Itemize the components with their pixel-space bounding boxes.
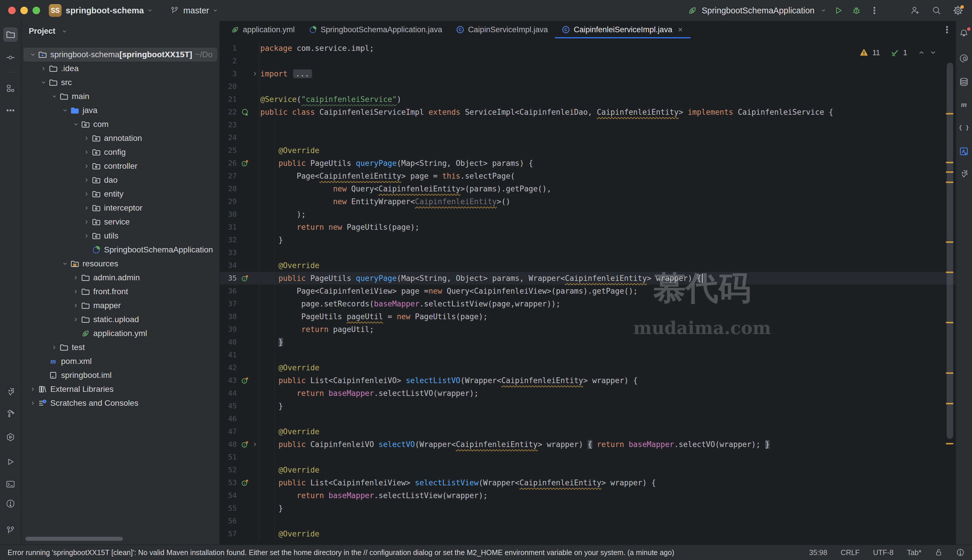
overrides-method-icon[interactable]: I (238, 272, 251, 285)
tab-caipinfenleiserviceimpl-java[interactable]: CCaipinfenleiServiceImpl.java (555, 21, 690, 38)
structure-button[interactable] (3, 81, 18, 95)
code-line-44[interactable]: 44 return baseMapper.selectListVO(wrappe… (220, 387, 955, 400)
code-line-51[interactable]: 51 (220, 451, 955, 463)
chevron-right-icon[interactable] (71, 302, 81, 309)
project-widget[interactable]: springboot-schema (62, 6, 153, 15)
lock-open-icon[interactable] (935, 548, 943, 557)
chevron-right-icon[interactable] (81, 149, 92, 155)
tree-item-test[interactable]: test (23, 340, 217, 354)
code-line-46[interactable]: 46 (220, 412, 955, 425)
tree-item-mapper[interactable]: mapper (23, 298, 217, 313)
tree-item-dao[interactable]: dao (23, 173, 217, 187)
chevron-right-icon[interactable] (81, 219, 92, 225)
code-line-31[interactable]: 31 return new PageUtils(page); (220, 221, 955, 233)
code-line-41[interactable]: 41 (220, 348, 955, 361)
overrides-method-icon[interactable]: I (238, 477, 251, 489)
overrides-method-icon[interactable]: I (238, 157, 251, 170)
tree-item-springboot-schema[interactable]: springboot-schema [springbootXX15T]~/Do (23, 48, 217, 62)
vcs-branch-widget[interactable]: master (168, 4, 218, 17)
chevron-right-icon[interactable] (71, 316, 81, 323)
code-editor[interactable]: 1package com.service.impl;23import ...20… (220, 38, 955, 545)
zoom-window-button[interactable] (33, 7, 40, 14)
chevron-right-icon[interactable] (81, 205, 92, 211)
code-line-43[interactable]: 43I public List<CaipinfenleiVO> selectLi… (220, 374, 955, 387)
code-line-52[interactable]: 52 @Override (220, 463, 955, 477)
file-encoding[interactable]: UTF-8 (873, 548, 894, 557)
fold-icon[interactable] (238, 67, 251, 80)
code-line-54[interactable]: 54 return baseMapper.selectListView(wrap… (220, 489, 955, 502)
run-button[interactable] (832, 4, 845, 17)
code-line-38[interactable]: 38 PageUtils pageUtil = new PageUtils(pa… (220, 310, 955, 323)
code-line-24[interactable]: 24 (220, 131, 955, 144)
chevron-right-icon[interactable] (38, 65, 49, 72)
warning-stripe-mark[interactable] (946, 372, 954, 374)
code-line-25[interactable]: 25 @Override (220, 144, 955, 157)
plugin-mask-button[interactable] (3, 384, 18, 398)
problems-button[interactable] (3, 497, 18, 511)
chevron-down-icon[interactable] (60, 260, 70, 267)
code-line-37[interactable]: 37 page.setRecords(baseMapper.selectList… (220, 297, 955, 310)
warning-stripe-mark[interactable] (946, 182, 954, 183)
tree-item-controller[interactable]: controller (23, 159, 217, 173)
code-line-39[interactable]: 39 return pageUtil; (220, 323, 955, 336)
project-folder-button[interactable] (3, 27, 18, 42)
build-hammer-button[interactable] (3, 407, 18, 421)
tree-item-scratches-and-consoles[interactable]: Scratches and Consoles (23, 396, 217, 410)
line-separator[interactable]: CRLF (841, 548, 860, 557)
code-line-20[interactable]: 20 (220, 80, 955, 93)
code-line-30[interactable]: 30 ); (220, 208, 955, 221)
tree-item-springbootschemaapplication[interactable]: SpringbootSchemaApplication (23, 243, 217, 257)
code-line-21[interactable]: 21@Service("caipinfenleiService") (220, 93, 955, 106)
tree-item-external-libraries[interactable]: External Libraries (23, 382, 217, 396)
overrides-method-icon[interactable]: I (238, 374, 251, 387)
tree-item-application-yml[interactable]: application.yml (23, 327, 217, 340)
run-button[interactable] (3, 455, 18, 469)
plugin-mask-button[interactable] (957, 166, 971, 181)
tree-item-java[interactable]: java (23, 103, 217, 117)
tab-application-yml[interactable]: application.yml (224, 21, 302, 38)
fold-chevron-icon[interactable] (251, 438, 259, 451)
code-line-57[interactable]: 57 @Override (220, 527, 955, 540)
code-line-35[interactable]: 35I public PageUtils queryPage(Map<Strin… (220, 272, 955, 285)
tree-item-service[interactable]: service (23, 215, 217, 229)
tree-item-springboot-iml[interactable]: springboot.iml (23, 368, 217, 382)
tree-item-annotation[interactable]: annotation (23, 131, 217, 145)
terminal-button[interactable] (3, 477, 18, 492)
code-line-28[interactable]: 28 new Query<CaipinfenleiEntity>(params)… (220, 182, 955, 195)
code-line-42[interactable]: 42 @Override (220, 361, 955, 374)
services-button[interactable] (3, 430, 18, 444)
tree-item-static-upload[interactable]: static.upload (23, 313, 217, 327)
warning-stripe-mark[interactable] (946, 403, 954, 404)
chevron-right-icon[interactable] (81, 163, 92, 169)
tree-item-config[interactable]: config (23, 145, 217, 159)
code-line-23[interactable]: 23 (220, 118, 955, 131)
warning-stripe-mark[interactable] (946, 162, 954, 163)
code-line-34[interactable]: 34 @Override (220, 259, 955, 272)
code-line-48[interactable]: 48I public CaipinfenleiVO selectVO(Wrapp… (220, 438, 955, 451)
code-braces-button[interactable]: { } (957, 120, 971, 135)
close-window-button[interactable] (8, 7, 16, 14)
code-line-47[interactable]: 47 @Override (220, 425, 955, 438)
previous-warning-button[interactable] (918, 49, 925, 57)
tree-item-resources[interactable]: resources (23, 257, 217, 271)
overrides-method-icon[interactable]: I (238, 438, 251, 451)
tree-item-entity[interactable]: entity (23, 187, 217, 201)
code-line-3[interactable]: 3import ... (220, 67, 955, 80)
fold-chevron-icon[interactable] (251, 67, 259, 80)
code-line-27[interactable]: 27 Page<CaipinfenleiEntity> page = this.… (220, 170, 955, 182)
code-line-1[interactable]: 1package com.service.impl; (220, 42, 955, 55)
notifications-bell-button[interactable] (957, 26, 971, 41)
code-line-45[interactable]: 45 } (220, 400, 955, 412)
chevron-right-icon[interactable] (28, 386, 38, 392)
code-line-33[interactable]: 33 (220, 246, 955, 259)
spring-swirl-button[interactable] (957, 51, 971, 66)
chevron-down-icon[interactable] (38, 79, 49, 86)
implemented-class-icon[interactable] (238, 106, 251, 118)
tree-item-front-front[interactable]: front.front (23, 285, 217, 298)
warning-stripe-mark[interactable] (946, 242, 954, 243)
chevron-right-icon[interactable] (71, 275, 81, 281)
code-line-55[interactable]: 55 } (220, 502, 955, 515)
tree-item-main[interactable]: main (23, 90, 217, 103)
warning-stripe-mark[interactable] (946, 113, 954, 115)
code-line-53[interactable]: 53I public List<CaipinfenleiView> select… (220, 477, 955, 489)
